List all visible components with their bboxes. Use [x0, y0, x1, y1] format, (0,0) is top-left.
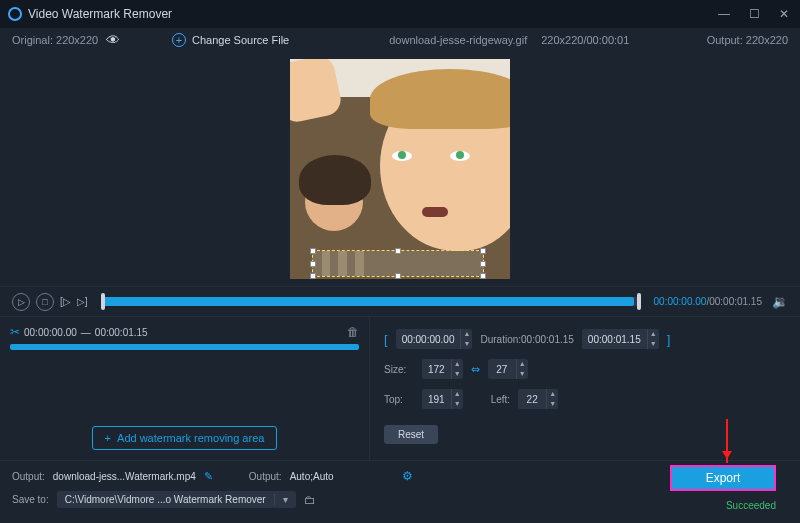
- mark-in-button[interactable]: [▷: [60, 293, 71, 311]
- clip-start: 00:00:00.00: [24, 327, 77, 338]
- infobar: Original: 220x220 👁 + Change Source File…: [0, 28, 800, 52]
- duration-label: Duration:00:00:01.15: [480, 334, 573, 345]
- original-size-label: Original: 220x220: [12, 34, 98, 46]
- annotation-arrow: [726, 419, 728, 463]
- left-input[interactable]: 22▲▼: [518, 389, 558, 409]
- output-format-value: Auto;Auto: [290, 471, 334, 482]
- save-path-dropdown[interactable]: ▾: [274, 494, 288, 505]
- app-logo-icon: [8, 7, 22, 21]
- output-file: download-jess...Watermark.mp4: [53, 471, 196, 482]
- progress-end-handle[interactable]: [637, 293, 641, 310]
- clip-panel: ✂ 00:00:00.00 — 00:00:01.15 🗑 + Add wate…: [0, 317, 370, 460]
- close-button[interactable]: ✕: [776, 7, 792, 21]
- add-watermark-area-button[interactable]: + Add watermark removing area: [92, 426, 278, 450]
- bracket-in-icon[interactable]: [: [384, 332, 388, 347]
- region-panel: [ 00:00:00.00▲▼ Duration:00:00:01.15 00:…: [370, 317, 800, 460]
- maximize-button[interactable]: ☐: [746, 7, 762, 21]
- play-button[interactable]: ▷: [12, 293, 30, 311]
- delete-clip-button[interactable]: 🗑: [347, 325, 359, 339]
- output-label: Output:: [12, 471, 45, 482]
- clip-range-bar[interactable]: [10, 344, 359, 350]
- plus-icon: +: [172, 33, 186, 47]
- playbar: ▷ □ [▷ ▷] 00:00:00.00/00:00:01.15 🔉: [0, 286, 800, 316]
- size-width-input[interactable]: 172▲▼: [422, 359, 463, 379]
- change-source-button[interactable]: + Change Source File: [172, 33, 289, 47]
- preview-toggle-icon[interactable]: 👁: [106, 32, 120, 48]
- add-watermark-label: Add watermark removing area: [117, 432, 264, 444]
- minimize-button[interactable]: —: [716, 7, 732, 21]
- left-label: Left:: [491, 394, 510, 405]
- progress-bar[interactable]: [102, 297, 640, 306]
- top-input[interactable]: 191▲▼: [422, 389, 463, 409]
- clip-end: 00:00:01.15: [95, 327, 148, 338]
- settings-icon[interactable]: ⚙: [402, 469, 413, 483]
- volume-icon[interactable]: 🔉: [772, 294, 788, 309]
- region-end-time[interactable]: 00:00:01.15▲▼: [582, 329, 659, 349]
- save-to-label: Save to:: [12, 494, 49, 505]
- stop-button[interactable]: □: [36, 293, 54, 311]
- export-button[interactable]: Export: [670, 465, 776, 491]
- bracket-out-icon[interactable]: ]: [667, 332, 671, 347]
- save-path-text: C:\Vidmore\Vidmore ...o Watermark Remove…: [65, 494, 266, 505]
- change-source-label: Change Source File: [192, 34, 289, 46]
- progress-start-handle[interactable]: [101, 293, 105, 310]
- open-folder-icon[interactable]: 🗀: [304, 493, 316, 507]
- reset-button[interactable]: Reset: [384, 425, 438, 444]
- output-size-label: Output: 220x220: [707, 34, 788, 46]
- top-label: Top:: [384, 394, 414, 405]
- timecode: 00:00:00.00/00:00:01.15: [654, 296, 762, 307]
- mark-out-button[interactable]: ▷]: [77, 293, 88, 311]
- output-format-label: Output:: [249, 471, 282, 482]
- save-path-field[interactable]: C:\Vidmore\Vidmore ...o Watermark Remove…: [57, 491, 296, 508]
- size-label: Size:: [384, 364, 414, 375]
- status-text: Succeeded: [726, 500, 776, 511]
- edit-output-icon[interactable]: ✎: [204, 470, 213, 483]
- preview-area: [0, 52, 800, 286]
- app-title: Video Watermark Remover: [28, 7, 172, 21]
- source-meta: 220x220/00:00:01: [541, 34, 629, 46]
- scissors-icon: ✂: [10, 325, 20, 339]
- video-frame[interactable]: [290, 59, 510, 279]
- size-height-input[interactable]: 27▲▼: [488, 359, 528, 379]
- titlebar: Video Watermark Remover — ☐ ✕: [0, 0, 800, 28]
- region-start-time[interactable]: 00:00:00.00▲▼: [396, 329, 473, 349]
- link-aspect-icon[interactable]: ⇔: [471, 363, 480, 376]
- source-filename: download-jesse-ridgeway.gif: [389, 34, 527, 46]
- plus-icon: +: [105, 432, 111, 444]
